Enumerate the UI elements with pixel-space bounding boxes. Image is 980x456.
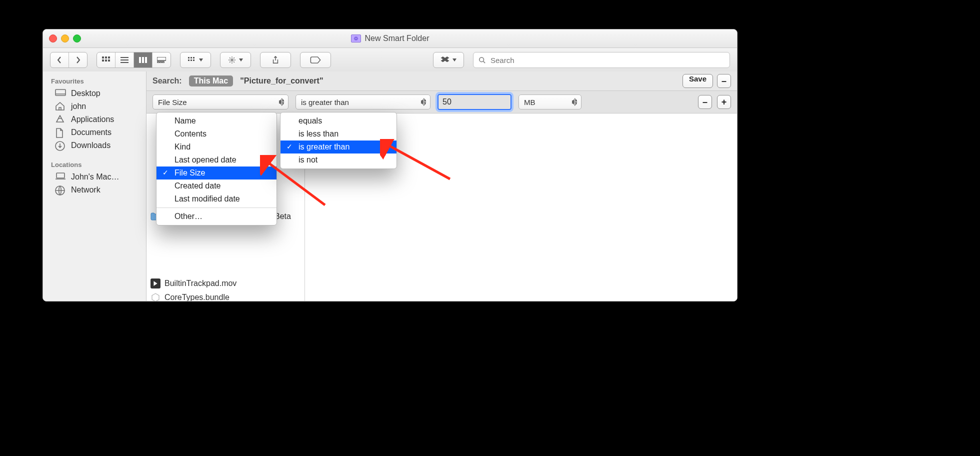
menu-item-last-opened-date[interactable]: Last opened date bbox=[156, 154, 276, 166]
svg-rect-5 bbox=[105, 60, 107, 62]
svg-rect-13 bbox=[162, 62, 164, 63]
search-field[interactable] bbox=[473, 52, 730, 68]
list-item[interactable]: CoreTypes.bundle bbox=[150, 292, 230, 302]
close-window-button[interactable] bbox=[49, 34, 57, 42]
menu-item-last-modified-date[interactable]: Last modified date bbox=[156, 192, 276, 206]
minimize-window-button[interactable] bbox=[61, 34, 69, 42]
menu-item-greater-than[interactable]: is greater than bbox=[280, 140, 396, 154]
sidebar-item-label: Documents bbox=[71, 128, 112, 137]
desktop-icon bbox=[55, 89, 66, 98]
home-icon bbox=[55, 102, 66, 111]
svg-point-0 bbox=[354, 38, 356, 40]
menu-item-kind[interactable]: Kind bbox=[156, 140, 276, 154]
svg-rect-14 bbox=[188, 57, 190, 58]
search-criteria-row: File Size ▲▼ is greater than ▲▼ MB ▲▼ – bbox=[146, 91, 737, 114]
window-title: New Smart Folder bbox=[365, 34, 430, 43]
documents-icon bbox=[55, 128, 66, 137]
collapse-criteria-button[interactable]: – bbox=[717, 74, 731, 88]
applications-icon bbox=[55, 115, 66, 124]
svg-rect-3 bbox=[108, 56, 110, 58]
menu-item-created-date[interactable]: Created date bbox=[156, 180, 276, 192]
svg-point-20 bbox=[231, 59, 233, 61]
share-button[interactable] bbox=[260, 52, 291, 68]
svg-rect-24 bbox=[56, 173, 64, 178]
action-button[interactable] bbox=[220, 52, 251, 68]
menu-item-contents[interactable]: Contents bbox=[156, 128, 276, 140]
svg-rect-4 bbox=[102, 60, 104, 62]
menu-item-other[interactable]: Other… bbox=[156, 210, 276, 223]
menu-item-file-size[interactable]: File Size bbox=[156, 166, 276, 180]
arrange-button[interactable] bbox=[180, 52, 211, 68]
svg-rect-7 bbox=[139, 57, 141, 63]
list-item[interactable]: BuiltinTrackpad.mov bbox=[150, 278, 236, 288]
sidebar-item-label: john bbox=[71, 102, 86, 111]
view-switcher bbox=[96, 52, 171, 68]
sidebar-item-applications[interactable]: Applications bbox=[43, 113, 146, 126]
updown-caret-icon: ▲▼ bbox=[574, 99, 578, 105]
criteria-unit-popup[interactable]: MB ▲▼ bbox=[518, 94, 582, 110]
window-controls bbox=[49, 34, 81, 42]
search-scope-bar: Search: This Mac "Picture_for_convert" S… bbox=[146, 72, 737, 91]
dropbox-button[interactable] bbox=[433, 52, 464, 68]
sidebar-item-label: Desktop bbox=[71, 89, 100, 98]
downloads-icon bbox=[55, 141, 66, 150]
toolbar bbox=[43, 48, 737, 72]
svg-rect-2 bbox=[105, 56, 107, 58]
laptop-icon bbox=[55, 172, 66, 182]
menu-item-equals[interactable]: equals bbox=[280, 114, 396, 128]
svg-rect-19 bbox=[193, 60, 194, 61]
svg-rect-8 bbox=[142, 57, 144, 63]
sidebar-item-desktop[interactable]: Desktop bbox=[43, 87, 146, 100]
menu-item-is-not[interactable]: is not bbox=[280, 154, 396, 166]
menu-item-less-than[interactable]: is less than bbox=[280, 128, 396, 140]
sidebar-favourites-header: Favourites bbox=[43, 76, 146, 87]
criteria-operator-label: is greater than bbox=[301, 98, 349, 106]
sidebar-item-this-mac[interactable]: John's Mac… bbox=[43, 170, 146, 184]
criteria-unit-label: MB bbox=[524, 98, 536, 106]
icon-view-button[interactable] bbox=[97, 52, 116, 68]
tags-button[interactable] bbox=[300, 52, 331, 68]
scope-current-folder[interactable]: "Picture_for_convert" bbox=[240, 76, 323, 86]
gallery-view-button[interactable] bbox=[152, 52, 170, 68]
sidebar-item-label: Applications bbox=[71, 115, 114, 124]
forward-button[interactable] bbox=[69, 52, 87, 68]
column-view-button[interactable] bbox=[134, 52, 152, 68]
file-name: CoreTypes.bundle bbox=[164, 293, 230, 302]
criteria-operator-popup[interactable]: is greater than ▲▼ bbox=[296, 94, 430, 110]
sidebar-item-documents[interactable]: Documents bbox=[43, 126, 146, 139]
svg-rect-22 bbox=[56, 90, 66, 96]
svg-point-21 bbox=[480, 58, 484, 62]
operator-dropdown: equals is less than is greater than is n… bbox=[280, 112, 397, 169]
sidebar-item-label: Downloads bbox=[71, 141, 110, 150]
finder-window: New Smart Folder bbox=[42, 29, 738, 302]
sidebar-item-network[interactable]: Network bbox=[43, 184, 146, 196]
search-input[interactable] bbox=[490, 56, 724, 65]
svg-rect-17 bbox=[188, 60, 190, 61]
svg-rect-11 bbox=[158, 62, 159, 63]
remove-criteria-button[interactable]: – bbox=[698, 95, 712, 109]
sidebar-item-home[interactable]: john bbox=[43, 100, 146, 113]
sidebar-item-downloads[interactable]: Downloads bbox=[43, 139, 146, 152]
back-button[interactable] bbox=[50, 52, 69, 68]
svg-rect-16 bbox=[193, 57, 194, 58]
scope-this-mac[interactable]: This Mac bbox=[189, 76, 233, 86]
nav-buttons bbox=[50, 52, 88, 68]
zoom-window-button[interactable] bbox=[73, 34, 81, 42]
svg-rect-6 bbox=[108, 60, 110, 62]
list-view-button[interactable] bbox=[116, 52, 134, 68]
menu-separator bbox=[156, 208, 276, 208]
criteria-attribute-popup[interactable]: File Size ▲▼ bbox=[152, 94, 288, 110]
svg-rect-18 bbox=[190, 60, 192, 61]
criteria-value-input[interactable] bbox=[438, 94, 512, 110]
svg-rect-10 bbox=[157, 57, 166, 60]
titlebar: New Smart Folder bbox=[43, 30, 737, 48]
movie-icon bbox=[150, 278, 160, 288]
search-icon bbox=[478, 56, 486, 64]
svg-rect-12 bbox=[160, 62, 162, 63]
smart-folder-icon bbox=[351, 34, 361, 42]
menu-item-name[interactable]: Name bbox=[156, 114, 276, 128]
sidebar-item-label: Network bbox=[71, 186, 100, 194]
save-search-button[interactable]: Save bbox=[682, 74, 713, 88]
sidebar-locations-header: Locations bbox=[43, 159, 146, 170]
add-criteria-button[interactable]: + bbox=[717, 95, 731, 109]
